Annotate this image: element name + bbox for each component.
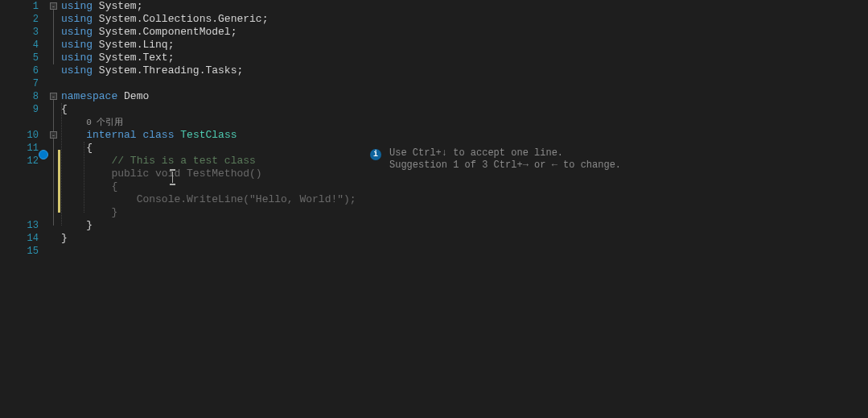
namespace: System.ComponentModel — [99, 26, 231, 38]
line-number-gutter: 1 2 3 4 5 6 7 8 9 10 11 12 13 14 15 — [0, 0, 50, 418]
line-number: 3 — [0, 26, 39, 39]
brace: { — [86, 142, 93, 154]
ghost-suggestion: // This is a test class — [111, 155, 255, 167]
keyword: using — [61, 26, 93, 38]
namespace: System.Threading.Tasks — [99, 64, 237, 77]
line-number: 10 — [0, 129, 39, 142]
ghost-spacer — [0, 193, 39, 206]
code-line[interactable]: namespace Demo — [61, 90, 868, 103]
code-line[interactable]: using System.Threading.Tasks; — [61, 64, 868, 77]
line-number: 1 — [0, 0, 39, 13]
line-number: 2 — [0, 13, 39, 26]
line-number: 8 — [0, 90, 39, 103]
punct: ; — [168, 39, 175, 51]
namespace: System — [99, 0, 137, 12]
punct: ; — [137, 0, 143, 12]
info-icon: i — [370, 149, 381, 160]
namespace: System.Linq — [99, 39, 168, 51]
line-number: 15 — [0, 245, 39, 258]
text-caret — [172, 172, 173, 183]
brace: } — [86, 219, 93, 231]
codelens-spacer — [0, 116, 39, 129]
namespace: System.Collections.Generic — [99, 13, 262, 25]
code-area[interactable]: using System; using System.Collections.G… — [50, 0, 868, 418]
codelens-references[interactable]: 0 个引用 — [86, 118, 123, 127]
ghost-spacer — [0, 168, 39, 180]
keyword: using — [61, 0, 93, 12]
keyword: namespace — [61, 90, 117, 102]
ghost-line[interactable]: } — [61, 206, 868, 219]
punct: ; — [237, 64, 243, 77]
ghost-spacer — [0, 206, 39, 219]
keyword: using — [61, 52, 93, 64]
hint-line-1: Use Ctrl+↓ to accept one line. — [389, 147, 621, 159]
class-name: TestClass — [180, 129, 237, 141]
punct: ; — [168, 52, 175, 64]
code-line[interactable]: } — [61, 232, 868, 245]
line-number: 6 — [0, 64, 39, 77]
code-editor[interactable]: 1 2 3 4 5 6 7 8 9 10 11 12 13 14 15 - - … — [0, 0, 868, 418]
code-line[interactable]: using System.ComponentModel; — [61, 26, 868, 39]
keyword: internal — [86, 129, 136, 141]
line-number: 7 — [0, 77, 39, 90]
brace: } — [61, 232, 68, 244]
code-line[interactable]: using System.Text; — [61, 52, 868, 64]
suggestion-indicator-icon[interactable] — [39, 150, 48, 159]
line-number: 13 — [0, 219, 39, 232]
ghost-suggestion: } — [111, 206, 117, 218]
line-number: 11 — [0, 142, 39, 155]
punct: ; — [231, 26, 237, 38]
ghost-suggestion: public void TestMethod() — [111, 168, 261, 180]
brace: { — [61, 103, 68, 115]
ghost-line[interactable]: Console.WriteLine("Hello, World!"); — [61, 193, 868, 206]
namespace: System.Text — [99, 52, 168, 64]
hint-text: Use Ctrl+↓ to accept one line. Suggestio… — [389, 147, 621, 172]
code-line[interactable]: } — [61, 219, 868, 232]
keyword: using — [61, 39, 93, 51]
inline-suggestion-hint: i Use Ctrl+↓ to accept one line. Suggest… — [370, 147, 621, 172]
code-line[interactable]: { — [61, 103, 868, 116]
keyword: class — [142, 129, 174, 141]
line-number: 5 — [0, 52, 39, 64]
keyword: using — [61, 13, 93, 25]
ghost-line[interactable]: { — [61, 180, 868, 193]
punct: ; — [262, 13, 269, 25]
ghost-suggestion: Console.WriteLine("Hello, World!"); — [137, 193, 356, 205]
code-line[interactable] — [61, 77, 868, 90]
code-line[interactable]: using System.Linq; — [61, 39, 868, 52]
line-number: 4 — [0, 39, 39, 52]
code-line[interactable]: using System.Collections.Generic; — [61, 13, 868, 26]
line-number: 14 — [0, 232, 39, 245]
hint-line-2: Suggestion 1 of 3 Ctrl+→ or ← to change. — [389, 159, 621, 172]
line-number: 12 — [0, 155, 39, 168]
codelens-line[interactable]: 0 个引用 — [61, 116, 868, 129]
code-line[interactable] — [61, 245, 868, 258]
code-line[interactable]: using System; — [61, 0, 868, 13]
line-number: 9 — [0, 103, 39, 116]
ghost-suggestion: { — [111, 180, 117, 192]
code-line[interactable]: internal class TestClass — [61, 129, 868, 142]
ghost-spacer — [0, 180, 39, 193]
keyword: using — [61, 64, 93, 77]
namespace-name: Demo — [124, 90, 149, 102]
